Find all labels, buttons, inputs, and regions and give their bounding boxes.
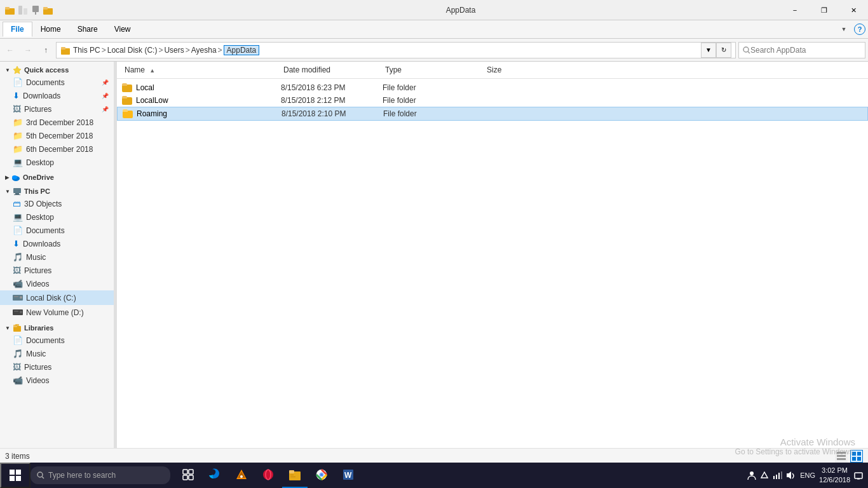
svg-rect-48 bbox=[290, 477, 295, 477]
word-button[interactable]: W bbox=[336, 463, 361, 488]
app-icon bbox=[5, 5, 15, 15]
svg-rect-31 bbox=[857, 452, 861, 456]
onedrive-label: OneDrive bbox=[23, 173, 54, 181]
file-row-roaming[interactable]: Roaming 8/15/2018 2:10 PM File folder bbox=[117, 107, 868, 121]
svg-point-52 bbox=[320, 473, 323, 477]
downloads-icon: ⬇ bbox=[13, 91, 20, 100]
details-view-button[interactable] bbox=[835, 450, 848, 463]
navigation-bar: ← → ↑ This PC > Local Disk (C:) > Users … bbox=[0, 39, 868, 62]
chrome-button[interactable] bbox=[309, 463, 334, 488]
view-controls bbox=[835, 450, 863, 463]
notification-button[interactable] bbox=[854, 471, 863, 480]
file-row-local[interactable]: Local 8/15/2018 6:23 PM File folder bbox=[117, 81, 868, 94]
taskbar-search-icon bbox=[37, 471, 44, 479]
maximize-button[interactable]: ❐ bbox=[810, 0, 839, 20]
sidebar-item-lib-videos[interactable]: 📹 Videos bbox=[0, 374, 114, 387]
sidebar-item-lib-pictures[interactable]: 🖼 Pictures bbox=[0, 360, 114, 374]
help-button[interactable]: ? bbox=[854, 24, 865, 35]
sidebar-item-pc-music[interactable]: 🎵 Music bbox=[0, 250, 114, 264]
refresh-button[interactable]: ↻ bbox=[716, 43, 731, 58]
forward-button[interactable]: → bbox=[20, 43, 36, 58]
items-count: 3 items bbox=[5, 452, 30, 461]
sidebar-qa-downloads-label: Downloads bbox=[23, 92, 60, 100]
folder-title-icon bbox=[43, 5, 53, 15]
sidebar-item-qa-downloads[interactable]: ⬇ Downloads 📌 bbox=[0, 89, 114, 102]
onedrive-header[interactable]: ▶ OneDrive bbox=[0, 169, 114, 183]
network-icon[interactable] bbox=[772, 471, 782, 480]
minimize-button[interactable]: − bbox=[780, 0, 810, 20]
breadcrumb-users[interactable]: Users bbox=[164, 46, 184, 55]
sidebar-item-pc-new-vol-d[interactable]: New Volume (D:) bbox=[0, 305, 114, 320]
svg-rect-59 bbox=[778, 473, 780, 479]
thispc-header[interactable]: ▼ This PC bbox=[0, 183, 114, 197]
clock-date: 12/6/2018 bbox=[819, 475, 850, 485]
svg-rect-5 bbox=[35, 12, 36, 15]
taskbar-clock[interactable]: 3:02 PM 12/6/2018 bbox=[819, 466, 850, 485]
edge-button[interactable] bbox=[202, 463, 227, 488]
quick-access-header[interactable]: ▼ Quick access bbox=[0, 62, 114, 76]
breadcrumb-thispc[interactable]: This PC bbox=[73, 46, 100, 55]
tab-share[interactable]: Share bbox=[69, 22, 106, 37]
people-icon[interactable] bbox=[747, 470, 757, 480]
svg-rect-23 bbox=[14, 311, 18, 312]
svg-point-43 bbox=[263, 470, 273, 480]
col-header-size[interactable]: Size bbox=[484, 64, 548, 76]
taskbar-search[interactable]: Type here to search bbox=[31, 466, 170, 484]
breadcrumb-localc[interactable]: Local Disk (C:) bbox=[107, 46, 158, 55]
language-indicator[interactable]: ENG bbox=[800, 471, 815, 479]
desktop-pc-icon: 💻 bbox=[13, 212, 23, 222]
up-button[interactable]: ↑ bbox=[38, 43, 53, 58]
sidebar-item-pc-desktop[interactable]: 💻 Desktop bbox=[0, 210, 114, 224]
address-bar[interactable]: This PC > Local Disk (C:) > Users > Ayes… bbox=[56, 42, 736, 58]
tab-file[interactable]: File bbox=[3, 22, 32, 37]
vlc-button[interactable] bbox=[229, 463, 254, 488]
sidebar-item-qa-6thdec[interactable]: 📁 6th December 2018 bbox=[0, 142, 114, 156]
sidebar-lib-videos-label: Videos bbox=[26, 376, 49, 385]
videos-icon: 📹 bbox=[13, 279, 23, 288]
svg-rect-4 bbox=[32, 6, 39, 12]
sidebar-item-lib-music[interactable]: 🎵 Music bbox=[0, 347, 114, 360]
sidebar-item-pc-pictures[interactable]: 🖼 Pictures bbox=[0, 264, 114, 277]
sidebar-item-qa-pictures[interactable]: 🖼 Pictures 📌 bbox=[0, 102, 114, 116]
sidebar-item-qa-desktop[interactable]: 💻 Desktop bbox=[0, 156, 114, 169]
volume-icon[interactable] bbox=[786, 471, 796, 480]
search-bar[interactable] bbox=[738, 42, 865, 58]
large-icons-view-button[interactable] bbox=[850, 450, 863, 463]
svg-rect-38 bbox=[183, 475, 187, 480]
col-header-date[interactable]: Date modified bbox=[281, 64, 383, 76]
breadcrumb-ayesha[interactable]: Ayesha bbox=[191, 46, 217, 55]
search-input[interactable] bbox=[750, 46, 861, 55]
opera-button[interactable] bbox=[255, 463, 281, 488]
tab-home[interactable]: Home bbox=[32, 22, 69, 37]
sidebar-item-qa-3rddec[interactable]: 📁 3rd December 2018 bbox=[0, 116, 114, 129]
sidebar-item-pc-3d[interactable]: 🗃 3D Objects bbox=[0, 197, 114, 210]
tab-view[interactable]: View bbox=[106, 22, 139, 37]
sidebar-item-pc-videos[interactable]: 📹 Videos bbox=[0, 277, 114, 290]
ribbon-tabs: File Home Share View ▼ ? bbox=[0, 20, 868, 38]
libraries-header[interactable]: ▼ Libraries bbox=[0, 320, 114, 334]
collapse-ribbon-button[interactable]: ▼ bbox=[836, 22, 851, 37]
svg-rect-36 bbox=[183, 470, 187, 474]
sidebar-item-pc-local-c[interactable]: Local Disk (C:) bbox=[0, 290, 114, 305]
sidebar-item-qa-documents[interactable]: 📄 Documents 📌 bbox=[0, 76, 114, 89]
task-view-button[interactable] bbox=[175, 463, 201, 488]
file-row-locallow[interactable]: LocalLow 8/15/2018 2:12 PM File folder bbox=[117, 94, 868, 107]
sidebar-item-lib-documents[interactable]: 📄 Documents bbox=[0, 334, 114, 347]
sidebar-item-qa-5thdec[interactable]: 📁 5th December 2018 bbox=[0, 129, 114, 142]
file-explorer-button[interactable] bbox=[282, 463, 308, 488]
svg-rect-39 bbox=[189, 475, 193, 480]
close-button[interactable]: ✕ bbox=[839, 0, 868, 20]
address-folder-icon bbox=[60, 45, 71, 55]
svg-rect-47 bbox=[290, 475, 294, 475]
col-header-name[interactable]: Name ▲ bbox=[122, 64, 281, 76]
start-button[interactable] bbox=[0, 463, 31, 488]
quick-access-label: Quick access bbox=[24, 66, 69, 74]
back-button[interactable]: ← bbox=[3, 43, 18, 58]
sidebar-item-pc-downloads[interactable]: ⬇ Downloads bbox=[0, 237, 114, 250]
breadcrumb-appdata[interactable]: AppData bbox=[224, 45, 260, 55]
title-bar: AppData − ❐ ✕ bbox=[0, 0, 868, 20]
address-dropdown-button[interactable]: ▼ bbox=[701, 43, 716, 58]
col-header-type[interactable]: Type bbox=[383, 64, 484, 76]
sidebar-item-pc-documents[interactable]: 📄 Documents bbox=[0, 224, 114, 237]
notifications-icon[interactable] bbox=[761, 471, 768, 479]
